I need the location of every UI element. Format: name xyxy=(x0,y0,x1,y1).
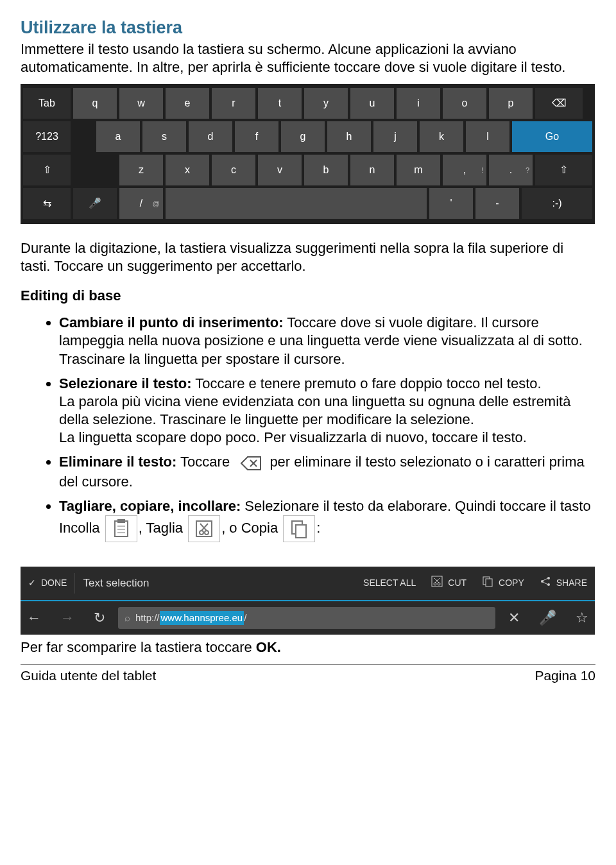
svg-rect-15 xyxy=(432,576,442,587)
text-selection-toolbar: ✓ DONE Text selection SELECT ALL CUT COP… xyxy=(21,567,595,635)
url-text: / xyxy=(244,612,246,624)
bullet-text: Toccare xyxy=(176,454,234,470)
key-s[interactable]: s xyxy=(142,121,186,152)
bookmark-button[interactable]: ☆ xyxy=(569,609,595,627)
paste-icon xyxy=(105,515,137,542)
svg-line-26 xyxy=(543,582,548,585)
page-footer: Guida utente del tablet Pagina 10 xyxy=(21,664,595,685)
key-j[interactable]: j xyxy=(373,121,417,152)
share-button[interactable]: SHARE xyxy=(532,576,595,590)
copy-button[interactable]: COPY xyxy=(474,576,532,590)
svg-line-25 xyxy=(543,578,548,581)
key-comma[interactable]: !, xyxy=(443,155,486,185)
cut-icon xyxy=(188,515,220,542)
voice-button[interactable]: 🎤 xyxy=(533,609,563,627)
key-r[interactable]: r xyxy=(212,88,255,119)
svg-rect-4 xyxy=(117,519,125,523)
closing-paragraph: Per far scomparire la tastiera toccare O… xyxy=(21,638,595,656)
key-u[interactable]: u xyxy=(350,88,394,119)
key-x[interactable]: x xyxy=(166,155,209,185)
key-settings[interactable]: ⇆ xyxy=(23,188,71,219)
key-a[interactable]: a xyxy=(96,121,140,152)
list-item: Selezionare il testo: Toccare e tenere p… xyxy=(59,375,595,447)
key-shift-right[interactable]: ⇧ xyxy=(535,155,592,185)
copy-icon xyxy=(482,576,493,590)
key-period[interactable]: ?. xyxy=(489,155,533,185)
key-o[interactable]: o xyxy=(443,88,486,119)
svg-line-11 xyxy=(201,524,208,531)
key-p[interactable]: p xyxy=(489,88,533,119)
cut-button[interactable]: CUT xyxy=(424,576,474,590)
svg-point-16 xyxy=(434,583,436,585)
bullet-lead: Eliminare il testo: xyxy=(59,454,176,470)
key-q[interactable]: q xyxy=(73,88,117,119)
check-icon: ✓ xyxy=(28,578,36,589)
svg-line-19 xyxy=(434,578,439,583)
onscreen-keyboard: Tab q w e r t y u i o p ⌫ ?123 a s d f g… xyxy=(21,84,595,224)
back-button[interactable]: ← xyxy=(21,609,47,627)
key-voice[interactable]: 🎤 xyxy=(73,188,117,219)
key-g[interactable]: g xyxy=(281,121,325,152)
share-icon xyxy=(540,576,551,590)
footer-left: Guida utente del tablet xyxy=(21,667,156,685)
done-label: DONE xyxy=(41,578,67,589)
key-h[interactable]: h xyxy=(327,121,371,152)
clear-button[interactable]: ✕ xyxy=(502,609,526,627)
key-f[interactable]: f xyxy=(235,121,278,152)
key-w[interactable]: w xyxy=(119,88,163,119)
copy-icon xyxy=(283,515,315,542)
key-symbols[interactable]: ?123 xyxy=(23,121,71,152)
key-emoji[interactable]: :-) xyxy=(522,188,592,219)
bullet-text: , Taglia xyxy=(139,520,187,536)
paragraph-suggestions: Durante la digitazione, la tastiera visu… xyxy=(21,239,595,275)
key-tab[interactable]: Tab xyxy=(23,88,71,119)
search-icon: ⌕ xyxy=(124,612,130,624)
bullet-lead: Tagliare, copiare, incollare: xyxy=(59,498,241,514)
key-l[interactable]: l xyxy=(466,121,509,152)
cut-icon xyxy=(431,576,443,590)
key-n[interactable]: n xyxy=(350,155,394,185)
key-apostrophe[interactable]: ' xyxy=(429,188,473,219)
key-z[interactable]: z xyxy=(119,155,163,185)
key-e[interactable]: e xyxy=(166,88,209,119)
key-space[interactable] xyxy=(166,188,427,219)
heading-editing: Editing di base xyxy=(21,287,595,305)
toolbar-title: Text selection xyxy=(75,576,157,590)
key-m[interactable]: m xyxy=(397,155,440,185)
key-d[interactable]: d xyxy=(189,121,232,152)
key-v[interactable]: v xyxy=(258,155,302,185)
key-b[interactable]: b xyxy=(304,155,348,185)
svg-marker-0 xyxy=(241,457,261,470)
bullet-text: La parola più vicina viene evidenziata c… xyxy=(59,393,570,427)
backspace-icon xyxy=(235,454,264,473)
svg-rect-21 xyxy=(486,579,492,587)
editing-list: Cambiare il punto di inserimento: Toccar… xyxy=(21,314,595,542)
key-t[interactable]: t xyxy=(258,88,302,119)
bullet-text: La linguetta scopare dopo poco. Per visu… xyxy=(59,429,527,445)
key-y[interactable]: y xyxy=(304,88,348,119)
list-item: Eliminare il testo: Toccare per eliminar… xyxy=(59,453,595,490)
refresh-button[interactable]: ↻ xyxy=(87,609,112,627)
key-go[interactable]: Go xyxy=(512,121,592,152)
url-text: http:// xyxy=(135,612,160,624)
url-bar[interactable]: ⌕ http://www.hannspree.eu/ xyxy=(118,607,495,629)
svg-point-9 xyxy=(200,531,203,535)
key-k[interactable]: k xyxy=(420,121,463,152)
forward-button[interactable]: → xyxy=(54,609,81,627)
list-item: Tagliare, copiare, incollare: Selezionar… xyxy=(59,497,595,542)
bullet-text: , o Copia xyxy=(221,520,282,536)
key-shift-left[interactable]: ⇧ xyxy=(23,155,71,185)
key-backspace[interactable]: ⌫ xyxy=(535,88,583,119)
footer-right: Pagina 10 xyxy=(535,667,595,685)
key-c[interactable]: c xyxy=(212,155,255,185)
done-button[interactable]: ✓ DONE xyxy=(21,578,74,589)
key-slash[interactable]: @/ xyxy=(119,188,163,219)
intro-paragraph: Immettere il testo usando la tastiera su… xyxy=(21,40,595,76)
select-all-label: SELECT ALL xyxy=(363,578,416,589)
page-title: Utilizzare la tastiera xyxy=(21,17,595,39)
svg-line-18 xyxy=(435,578,440,583)
select-all-button[interactable]: SELECT ALL xyxy=(355,578,424,589)
svg-point-10 xyxy=(205,531,209,535)
key-dash[interactable]: - xyxy=(475,188,519,219)
key-i[interactable]: i xyxy=(397,88,440,119)
